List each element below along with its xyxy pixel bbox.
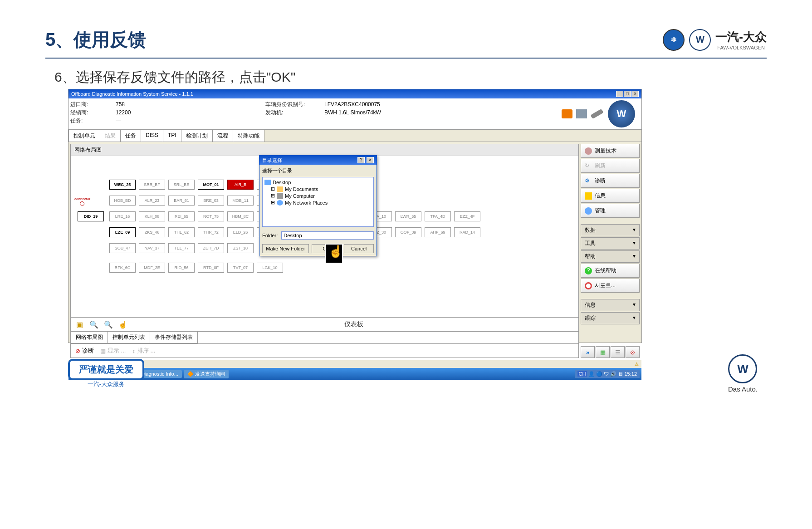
node-SRL_BE[interactable]: SRL_BE: [168, 180, 195, 190]
tab-3[interactable]: DISS: [141, 130, 163, 142]
pointer-icon[interactable]: ☝: [118, 319, 128, 329]
tree-item[interactable]: Desktop: [264, 179, 372, 186]
cancel-button[interactable]: Cancel: [344, 244, 374, 253]
node-LRE_16[interactable]: LRE_16: [109, 211, 136, 221]
window-titlebar[interactable]: Offboard Diagnostic Information System S…: [68, 89, 641, 98]
node-MOB_11[interactable]: MOB_11: [227, 196, 254, 206]
tray-icon[interactable]: 🔵: [596, 371, 602, 377]
tab-1[interactable]: 结果: [100, 130, 121, 142]
node-ALR_23[interactable]: ALR_23: [139, 196, 165, 206]
zoom-in-icon[interactable]: 🔍: [89, 319, 99, 329]
list-button[interactable]: ☰: [611, 346, 625, 358]
tab-4[interactable]: TPI: [163, 130, 181, 142]
tab-2[interactable]: 任务: [120, 130, 141, 142]
folder-tree[interactable]: Desktop ⊞ My Documents ⊞ My Computer ⊞ M…: [262, 177, 374, 227]
node-RAD_14[interactable]: RAD_14: [454, 227, 480, 237]
node-HBM_8C[interactable]: HBM_8C: [227, 211, 254, 221]
node-TVT_07[interactable]: TVT_07: [227, 263, 254, 273]
lang-indicator[interactable]: CH: [577, 371, 587, 377]
refresh-button[interactable]: ↻刷新: [581, 159, 640, 173]
node-MOT_01[interactable]: MOT_01: [198, 180, 224, 190]
online-help-button[interactable]: ?在线帮助: [581, 264, 640, 278]
node-AIR_B[interactable]: AIR_B: [227, 180, 254, 190]
tab-5[interactable]: 检测计划: [181, 130, 213, 142]
globe-icon: [585, 207, 592, 215]
node-SOU_47[interactable]: SOU_47: [109, 243, 136, 253]
diagnose-button[interactable]: ⊘诊断: [75, 347, 94, 355]
tools-section[interactable]: 工具▾: [581, 237, 640, 250]
dialog-help-button[interactable]: ?: [357, 157, 365, 163]
node-ZKS_46[interactable]: ZKS_46: [139, 227, 165, 237]
show-button[interactable]: ▦显示 ...: [100, 347, 126, 355]
node-REI_65[interactable]: REI_65: [168, 211, 195, 221]
dialog-close-button[interactable]: ×: [367, 157, 374, 163]
node-RFK_6C[interactable]: RFK_6C: [109, 263, 136, 273]
node-EZE_09[interactable]: EZE_09: [109, 227, 136, 237]
node-EZZ_4F[interactable]: EZZ_4F: [454, 211, 480, 221]
node-ELD_26[interactable]: ELD_26: [227, 227, 254, 237]
stop-button[interactable]: ⊘: [626, 346, 640, 358]
info-section[interactable]: 信息▾: [581, 299, 640, 311]
data-section[interactable]: 数据▾: [581, 224, 640, 236]
node-OOF_39[interactable]: OOF_39: [395, 227, 421, 237]
tray-icon[interactable]: 🖥: [618, 371, 623, 377]
node-KLH_08[interactable]: KLH_08: [139, 211, 165, 221]
diagnose-sb-button[interactable]: ⚙诊断: [581, 174, 640, 188]
node-LGK_10[interactable]: LGK_10: [257, 263, 283, 273]
next-button[interactable]: »: [581, 346, 595, 358]
node-BRE_03[interactable]: BRE_03: [198, 196, 224, 206]
make-new-folder-button[interactable]: Make New Folder: [262, 244, 309, 253]
system-tray[interactable]: CH 👤 🔵 🛡 🔊 🖥 15:12: [575, 370, 640, 378]
fit-icon[interactable]: ▣: [74, 319, 84, 329]
minimize-button[interactable]: _: [616, 91, 623, 97]
dialog-titlebar[interactable]: 目录选择 ? ×: [259, 156, 377, 165]
tab-7[interactable]: 特殊功能: [233, 130, 264, 142]
measure-button[interactable]: 测量技术: [581, 144, 640, 158]
grid-button[interactable]: ▦: [596, 346, 610, 358]
node-DID_19[interactable]: DID_19: [78, 211, 104, 221]
node-WEG_25[interactable]: WEG_25: [109, 180, 136, 190]
node-BAR_61[interactable]: BAR_61: [168, 196, 195, 206]
tray-icon[interactable]: 🛡: [604, 371, 609, 377]
zoom-out-icon[interactable]: 🔍: [103, 319, 113, 329]
node-TEL_77[interactable]: TEL_77: [168, 243, 195, 253]
help-section[interactable]: 帮助▾: [581, 250, 640, 263]
node-NOT_75[interactable]: NOT_75: [198, 211, 224, 221]
node-LWR_55[interactable]: LWR_55: [395, 211, 421, 221]
manage-button[interactable]: 管理: [581, 204, 640, 218]
node-SRR_BF[interactable]: SRR_BF: [139, 180, 165, 190]
close-button[interactable]: ×: [631, 91, 639, 97]
brand-en: FAW-VOLKSWAGEN: [715, 45, 767, 50]
node-HOB_BD[interactable]: HOB_BD: [109, 196, 136, 206]
tray-icon[interactable]: 👤: [588, 371, 595, 377]
subtab-2[interactable]: 事件存储器列表: [150, 332, 198, 343]
tree-item[interactable]: ⊞ My Network Places: [264, 199, 372, 206]
maximize-button[interactable]: □: [624, 91, 631, 97]
trace-section[interactable]: 跟踪▾: [581, 312, 640, 324]
tree-item[interactable]: ⊞ My Computer: [264, 192, 372, 199]
folder-input[interactable]: [281, 231, 374, 240]
tree-item[interactable]: ⊞ My Documents: [264, 186, 372, 192]
node-ZST_18[interactable]: ZST_18: [227, 243, 254, 253]
slide-number: 5、: [45, 29, 73, 49]
node-THR_72[interactable]: THR_72: [198, 227, 224, 237]
node-RIO_56[interactable]: RIO_56: [168, 263, 195, 273]
support-button[interactable]: 서포트...: [581, 279, 640, 293]
folder-dialog[interactable]: 目录选择 ? × 选择一个目录 Desktop ⊞ My Documents ⊞…: [259, 155, 377, 256]
node-AHF_69[interactable]: AHF_69: [425, 227, 451, 237]
subtab-0[interactable]: 网络布局图: [71, 332, 108, 343]
ok-button[interactable]: OK: [312, 244, 342, 253]
node-ZUH_7D[interactable]: ZUH_7D: [198, 243, 224, 253]
node-TFA_4D[interactable]: TFA_4D: [425, 211, 451, 221]
node-NAV_37[interactable]: NAV_37: [139, 243, 165, 253]
node-RTD_0F[interactable]: RTD_0F: [198, 263, 224, 273]
tab-0[interactable]: 控制单元: [68, 130, 100, 142]
tray-icon[interactable]: 🔊: [610, 371, 616, 377]
subtab-1[interactable]: 控制单元列表: [108, 332, 150, 343]
sort-button[interactable]: ↕排序 ...: [132, 347, 155, 355]
node-MDF_2E[interactable]: MDF_2E: [139, 263, 165, 273]
info-button[interactable]: 信息: [581, 189, 640, 203]
tab-6[interactable]: 流程: [212, 130, 233, 142]
task-item[interactable]: 🔶 发送支持询问: [184, 370, 229, 378]
node-THL_62[interactable]: THL_62: [168, 227, 195, 237]
